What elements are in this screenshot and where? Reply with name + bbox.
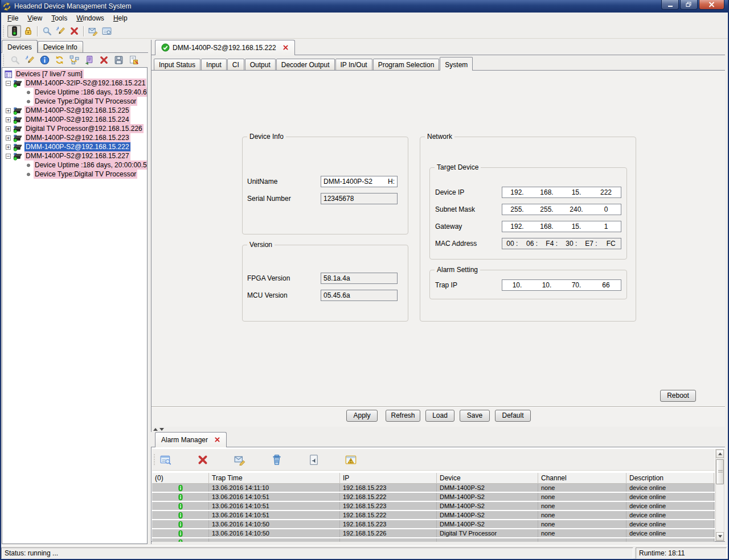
device-info-button[interactable] (100, 25, 113, 38)
table-row[interactable]: 13.06.2016 14:10:50192.168.15.226Digital… (152, 529, 715, 537)
delete-button[interactable] (195, 452, 210, 467)
tree-item[interactable]: −DMM-1400P-S2@192.168.15.227 (2, 151, 147, 160)
export-button[interactable] (126, 54, 141, 67)
splitter-collapse-down-icon[interactable] (159, 428, 164, 431)
close-tab-icon[interactable] (282, 44, 289, 51)
tree-item[interactable]: Device Type:Digital TV Processor (2, 97, 147, 106)
field-value-box[interactable]: 192.168.15.1 (502, 221, 621, 232)
tree-item[interactable]: Devices [7 live/7 sum] (2, 69, 147, 79)
tree-expander-plus[interactable]: + (6, 108, 11, 113)
config-pen-button[interactable] (22, 54, 37, 67)
table-row[interactable]: 13.06.2016 14:10:51192.168.15.222DMM-140… (152, 511, 715, 519)
field-value-box[interactable]: 192.168.15.222 (502, 187, 621, 198)
column-header-ip[interactable]: IP (340, 473, 437, 484)
search-button[interactable] (7, 54, 22, 67)
tree-expander-plus[interactable]: + (6, 135, 11, 141)
toolbar-grip[interactable] (153, 454, 156, 466)
table-row[interactable] (152, 538, 715, 542)
menu-help[interactable]: Help (109, 13, 132, 23)
lock-button[interactable] (21, 25, 35, 38)
table-row[interactable]: 13.06.2016 14:10:51192.168.15.222DMM-140… (152, 493, 715, 501)
tree-item[interactable]: +Digital TV Processor@192.168.15.226 (2, 124, 147, 133)
tree-item[interactable]: −DMM-1400P-32IP-S2@192.168.15.221 (2, 79, 147, 88)
subtab-input[interactable]: Input (201, 59, 227, 70)
subtab-ci[interactable]: CI (227, 59, 244, 70)
tree-expander-plus[interactable]: + (6, 126, 11, 131)
toolbar-grip[interactable] (2, 55, 5, 66)
scrollbar-thumb[interactable] (716, 459, 724, 484)
field-value-box[interactable]: 255.255.240.0 (502, 204, 621, 215)
column-header-channel[interactable]: Channel (538, 473, 626, 484)
refresh-button[interactable]: Refresh (386, 410, 420, 422)
close-tab-icon[interactable] (214, 437, 220, 443)
subtab-output[interactable]: Output (245, 59, 276, 70)
field-value-box[interactable]: DMM-1400P-S2H: (321, 176, 398, 187)
table-row[interactable]: 13.06.2016 14:11:10192.168.15.223DMM-140… (152, 484, 715, 492)
ip-segment: 255. (532, 205, 562, 213)
horizontal-splitter[interactable] (151, 427, 725, 431)
mail-edit-button[interactable] (232, 452, 247, 467)
subtab-input-status[interactable]: Input Status (154, 59, 200, 70)
delete-button[interactable] (67, 25, 81, 38)
default-button[interactable]: Default (495, 410, 531, 422)
toolbar-grip[interactable] (2, 26, 5, 37)
subtab-program-selection[interactable]: Program Selection (373, 59, 440, 70)
menu-tools[interactable]: Tools (47, 13, 71, 23)
table-row[interactable]: 13.06.2016 14:10:51192.168.15.223DMM-140… (152, 502, 715, 510)
apply-button[interactable]: Apply (346, 410, 378, 422)
tree-expander-plus[interactable]: + (6, 145, 11, 150)
config-pen-button[interactable] (54, 25, 67, 38)
search-button[interactable] (40, 25, 54, 38)
refresh-tree-button[interactable] (67, 54, 81, 67)
tree-item[interactable]: +DMM-1400P-S2@192.168.15.222 (2, 142, 147, 151)
table-row[interactable]: 13.06.2016 14:10:50192.168.15.223DMM-140… (152, 520, 715, 528)
trash-button[interactable] (269, 452, 284, 467)
subtab-system[interactable]: System (440, 57, 473, 71)
restore-button[interactable] (680, 0, 698, 10)
field-value-box[interactable]: 10.10.70.66 (502, 279, 621, 291)
splitter-collapse-up-icon[interactable] (153, 428, 158, 431)
tree-item[interactable]: +DMM-1400P-S2@192.168.15.224 (2, 115, 147, 124)
tree-expander-plus[interactable]: + (6, 117, 11, 122)
alarm-popup-button[interactable] (343, 452, 358, 467)
column-header-description[interactable]: Description (626, 473, 714, 484)
scroll-up-button[interactable] (716, 450, 724, 458)
tree-item[interactable]: Device Type:Digital TV Processor (2, 170, 147, 179)
save-button[interactable]: Save (460, 410, 490, 422)
minimize-button[interactable] (661, 0, 679, 10)
menu-file[interactable]: File (3, 13, 22, 23)
refresh-button[interactable] (52, 54, 67, 67)
alarm-manager-tab[interactable]: Alarm Manager (155, 432, 227, 447)
scroll-down-button[interactable] (716, 532, 724, 541)
column-header-device[interactable]: Device (437, 473, 538, 484)
table-cell: 192.168.15.223 (340, 520, 437, 528)
column-header--0-[interactable]: (0) (152, 473, 209, 484)
alarm-detail-button[interactable] (158, 452, 173, 467)
menu-windows[interactable]: Windows (72, 13, 108, 23)
close-button[interactable] (699, 0, 724, 10)
menu-view[interactable]: View (23, 13, 46, 23)
column-header-trap-time[interactable]: Trap Time (209, 473, 340, 484)
tree-item[interactable]: Device Uptime :186 days, 19:59:40.65 (2, 88, 147, 97)
tree-expander-minus[interactable]: − (6, 81, 11, 86)
tree-item[interactable]: Device Uptime :186 days, 20:00:00.54 (2, 160, 147, 170)
subtab-decoder-output[interactable]: Decoder Output (276, 59, 335, 70)
traffic-light-button[interactable] (7, 25, 21, 38)
reboot-button[interactable]: Reboot (660, 390, 696, 402)
tree-item[interactable]: +DMM-1400P-S2@192.168.15.223 (2, 133, 147, 142)
device-document-tab[interactable]: DMM-1400P-S2@192.168.15.222 (155, 40, 295, 55)
tree-item[interactable]: +DMM-1400P-S2@192.168.15.225 (2, 106, 147, 115)
tab-device-info[interactable]: Device Info (38, 41, 83, 52)
doc-send-button[interactable] (81, 54, 96, 67)
tab-devices[interactable]: Devices (2, 40, 38, 53)
delete-button[interactable] (96, 54, 111, 67)
info-button[interactable] (37, 54, 52, 67)
subtab-ip-in-out[interactable]: IP In/Out (335, 59, 372, 70)
tree-expander-minus[interactable]: − (6, 154, 11, 159)
alarm-log-button[interactable] (306, 452, 321, 467)
load-button[interactable]: Load (425, 410, 454, 422)
save-button[interactable] (111, 54, 126, 67)
mail-edit-button[interactable] (86, 25, 100, 38)
alarm-scrollbar[interactable] (715, 449, 724, 541)
table-cell: none (538, 493, 626, 501)
